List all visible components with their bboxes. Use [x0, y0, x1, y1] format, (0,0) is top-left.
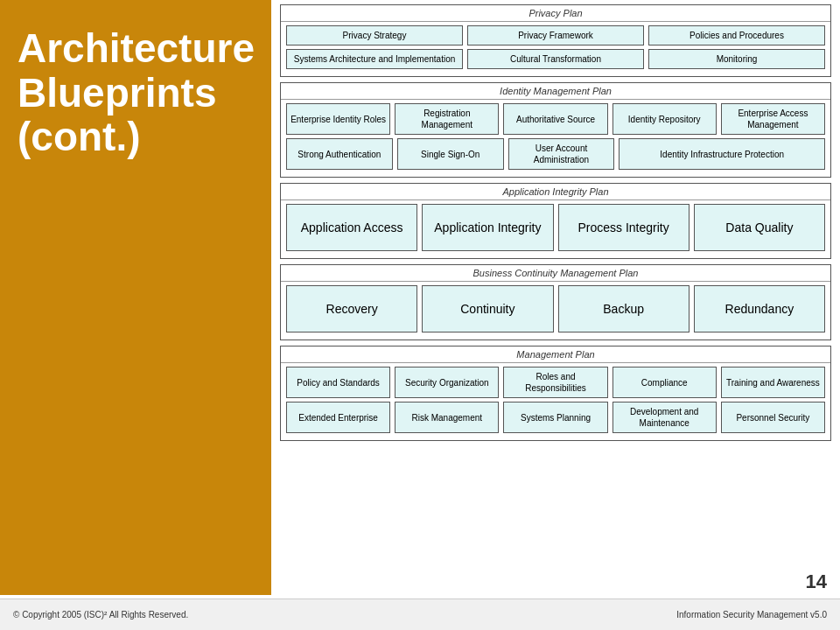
row-privacy-1: Systems Architecture and ImplementationC…: [286, 49, 825, 69]
section-title-privacy: Privacy Plan: [281, 5, 830, 22]
cell-identity-1-3: Identity Infrastructure Protection: [619, 138, 825, 170]
cell-management-1-3: Development and Maintenance: [612, 402, 717, 433]
section-rows-privacy: Privacy StrategyPrivacy FrameworkPolicie…: [281, 22, 830, 76]
row-identity-0: Enterprise Identity RolesRegistration Ma…: [286, 103, 825, 135]
cell-privacy-0-2: Policies and Procedures: [648, 25, 825, 46]
footer-copyright: © Copyright 2005 (ISC)² All Rights Reser…: [13, 610, 188, 620]
row-management-1: Extended EnterpriseRisk ManagementSystem…: [286, 402, 825, 433]
cell-privacy-1-2: Monitoring: [648, 49, 825, 69]
right-panel: Privacy PlanPrivacy StrategyPrivacy Fram…: [280, 4, 831, 591]
cell-identity-0-2: Authoritative Source: [503, 103, 607, 135]
cell-management-0-3: Compliance: [612, 367, 717, 398]
cell-management-1-4: Personnel Security: [721, 402, 825, 433]
section-continuity: Business Continuity Management PlanRecov…: [280, 264, 831, 340]
cell-management-1-2: Systems Planning: [503, 402, 607, 433]
cell-management-1-1: Risk Management: [395, 402, 499, 433]
cell-identity-1-2: User Account Administration: [508, 138, 615, 170]
section-title-management: Management Plan: [281, 346, 830, 363]
section-privacy: Privacy PlanPrivacy StrategyPrivacy Fram…: [280, 4, 831, 77]
cell-management-0-1: Security Organization: [395, 367, 499, 398]
section-rows-management: Policy and StandardsSecurity Organizatio…: [281, 363, 830, 440]
cell-management-1-0: Extended Enterprise: [286, 402, 390, 433]
cell-privacy-0-1: Privacy Framework: [467, 25, 644, 46]
row-identity-1: Strong AuthenticationSingle Sign-OnUser …: [286, 138, 825, 170]
left-panel: Architecture Blueprints (cont.): [0, 0, 271, 595]
cell-privacy-1-1: Cultural Transformation: [467, 49, 644, 69]
section-rows-app-integrity: Application AccessApplication IntegrityP…: [281, 200, 830, 258]
footer-version: Information Security Management v5.0: [676, 610, 827, 620]
cell-identity-1-0: Strong Authentication: [286, 138, 393, 170]
cell-privacy-1-0: Systems Architecture and Implementation: [286, 49, 463, 69]
cell-identity-1-1: Single Sign-On: [397, 138, 504, 170]
cell-identity-0-4: Enterprise Access Management: [721, 103, 825, 135]
section-rows-continuity: RecoveryContinuityBackupRedundancy: [281, 282, 830, 340]
footer: © Copyright 2005 (ISC)² All Rights Reser…: [0, 598, 840, 630]
section-rows-identity: Enterprise Identity RolesRegistration Ma…: [281, 100, 830, 177]
row-management-0: Policy and StandardsSecurity Organizatio…: [286, 367, 825, 398]
page-number: 14: [806, 570, 827, 593]
section-title-continuity: Business Continuity Management Plan: [281, 265, 830, 282]
cell-identity-0-1: Registration Management: [395, 103, 499, 135]
cell-app-integrity-0-1: Application Integrity: [422, 204, 553, 251]
cell-management-0-2: Roles and Responsibilities: [503, 367, 607, 398]
page-title: Architecture Blueprints (cont.): [18, 26, 255, 159]
cell-identity-0-3: Identity Repository: [612, 103, 717, 135]
section-management: Management PlanPolicy and StandardsSecur…: [280, 346, 831, 441]
cell-continuity-0-1: Continuity: [422, 285, 553, 332]
cell-continuity-0-2: Backup: [558, 285, 690, 332]
row-app-integrity-0: Application AccessApplication IntegrityP…: [286, 204, 825, 251]
cell-continuity-0-3: Redundancy: [694, 285, 825, 332]
row-privacy-0: Privacy StrategyPrivacy FrameworkPolicie…: [286, 25, 825, 46]
cell-identity-0-0: Enterprise Identity Roles: [286, 103, 390, 135]
cell-app-integrity-0-0: Application Access: [286, 204, 417, 251]
cell-continuity-0-0: Recovery: [286, 285, 417, 332]
cell-management-0-4: Training and Awareness: [721, 367, 825, 398]
section-identity: Identity Management PlanEnterprise Ident…: [280, 82, 831, 178]
cell-privacy-0-0: Privacy Strategy: [286, 25, 463, 46]
cell-management-0-0: Policy and Standards: [286, 367, 390, 398]
cell-app-integrity-0-3: Data Quality: [694, 204, 825, 251]
section-title-identity: Identity Management Plan: [281, 83, 830, 100]
section-title-app-integrity: Application Integrity Plan: [281, 184, 830, 200]
cell-app-integrity-0-2: Process Integrity: [558, 204, 690, 251]
row-continuity-0: RecoveryContinuityBackupRedundancy: [286, 285, 825, 332]
section-app-integrity: Application Integrity PlanApplication Ac…: [280, 183, 831, 259]
